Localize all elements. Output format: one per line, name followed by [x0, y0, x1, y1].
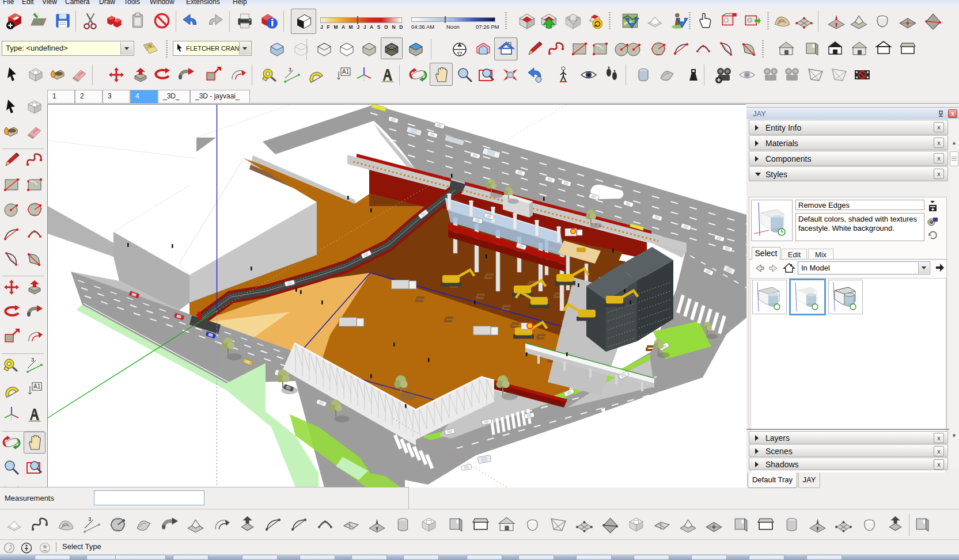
- svg-text:N: N: [149, 44, 151, 48]
